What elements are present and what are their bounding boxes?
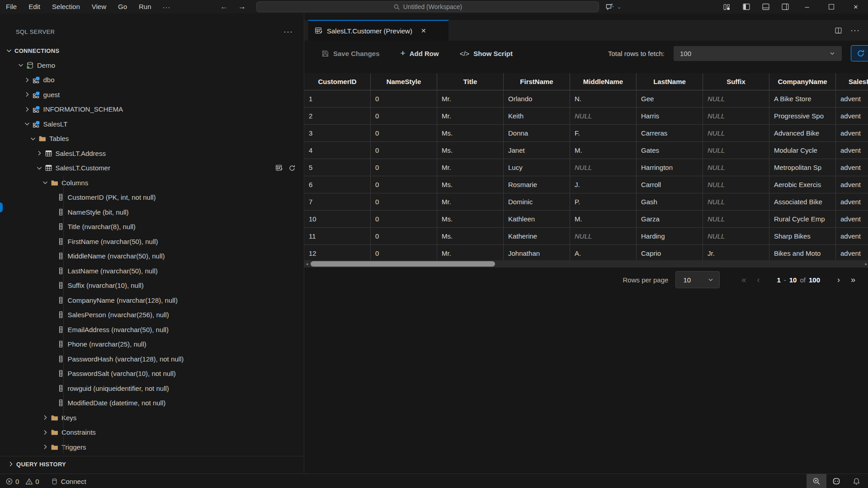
grid-cell-middlename[interactable]: NULL — [570, 159, 637, 176]
grid-cell-firstname[interactable]: Donna — [504, 125, 570, 142]
grid-cell-lastname[interactable]: Harding — [637, 228, 703, 245]
forward-icon[interactable]: → — [238, 0, 246, 14]
grid-cell-suffix[interactable]: NULL — [703, 125, 769, 142]
refresh-icon[interactable] — [288, 164, 296, 172]
grid-cell-companyname[interactable]: Progressive Spo — [769, 108, 836, 125]
grid-header-companyname[interactable]: CompanyName — [769, 73, 836, 90]
grid-cell-salesperson[interactable]: advent — [836, 245, 868, 262]
grid-cell-firstname[interactable]: Janet — [504, 142, 570, 159]
tree-item-saleslt[interactable]: SalesLT — [0, 117, 304, 131]
grid-header-middlename[interactable]: MiddleName — [570, 73, 637, 90]
toggle-secondary-sidebar-icon[interactable] — [775, 0, 795, 14]
query-history-section-header[interactable]: QUERY HISTORY — [0, 456, 304, 472]
grid-cell-salesperson[interactable]: advent — [836, 125, 868, 142]
grid-cell-firstname[interactable]: Kathleen — [504, 211, 570, 228]
chevron-right-icon[interactable] — [23, 106, 32, 113]
grid-cell-firstname[interactable]: Rosmarie — [504, 176, 570, 193]
tree-item-columns[interactable]: Columns — [0, 175, 304, 190]
close-window-button[interactable]: ✕ — [844, 0, 868, 14]
grid-cell-suffix[interactable]: NULL — [703, 211, 769, 228]
back-icon[interactable]: ← — [220, 0, 228, 14]
chevron-right-icon[interactable] — [41, 429, 50, 436]
grid-cell-companyname[interactable]: Bikes and Moto — [769, 245, 836, 262]
grid-cell-title[interactable]: Mr. — [437, 90, 504, 108]
grid-header-title[interactable]: Title — [437, 73, 504, 90]
problems-status[interactable]: 0 0 — [5, 478, 39, 485]
grid-cell-namestyle[interactable]: 0 — [371, 159, 437, 176]
grid-cell-firstname[interactable]: Keith — [504, 108, 570, 125]
refresh-query-button[interactable] — [851, 45, 868, 61]
grid-cell-suffix[interactable]: NULL — [703, 176, 769, 193]
connections-section-header[interactable]: CONNECTIONS — [0, 43, 304, 58]
copilot-chat-button[interactable]: ⌄ — [605, 1, 621, 13]
copilot-icon[interactable] — [826, 474, 846, 488]
chevron-down-icon[interactable] — [23, 120, 32, 127]
grid-cell-customerid[interactable]: 3 — [304, 125, 371, 142]
tree-item-middlename[interactable]: MiddleName (nvarchar(50), null) — [0, 249, 304, 264]
tree-item-namestyle[interactable]: NameStyle (bit, null) — [0, 205, 304, 220]
grid-cell-title[interactable]: Mr. — [437, 245, 504, 262]
grid-header-customerid[interactable]: CustomerID — [304, 73, 371, 90]
grid-cell-middlename[interactable]: J. — [570, 176, 637, 193]
grid-cell-companyname[interactable]: Advanced Bike — [769, 125, 836, 142]
grid-cell-middlename[interactable]: A. — [570, 245, 637, 262]
grid-cell-namestyle[interactable]: 0 — [371, 90, 437, 108]
menu-more-icon[interactable]: ··· — [157, 3, 176, 11]
sidebar-more-actions-icon[interactable]: ··· — [283, 24, 293, 39]
grid-cell-suffix[interactable]: NULL — [703, 228, 769, 245]
tree-item-guest[interactable]: guest — [0, 87, 304, 102]
tree-item-tables[interactable]: Tables — [0, 131, 304, 146]
tree-item-passwordhash[interactable]: PasswordHash (varchar(128), not null) — [0, 352, 304, 366]
first-page-button[interactable]: « — [736, 275, 751, 285]
total-rows-to-fetch-select[interactable]: 100 — [674, 46, 842, 61]
grid-cell-lastname[interactable]: Gee — [637, 90, 703, 108]
tab-close-icon[interactable]: ✕ — [419, 26, 429, 36]
menu-file[interactable]: File — [0, 0, 23, 14]
chevron-right-icon[interactable] — [23, 76, 32, 84]
chevron-down-icon[interactable] — [28, 135, 38, 142]
grid-cell-suffix[interactable]: Jr. — [703, 245, 769, 262]
split-editor-icon[interactable] — [835, 27, 842, 34]
grid-cell-lastname[interactable]: Harris — [637, 108, 703, 125]
grid-cell-suffix[interactable]: NULL — [703, 159, 769, 176]
grid-header-lastname[interactable]: LastName — [637, 73, 703, 90]
tree-item-phone[interactable]: Phone (nvarchar(25), null) — [0, 337, 304, 352]
grid-cell-middlename[interactable]: M. — [570, 142, 637, 159]
grid-cell-firstname[interactable]: Orlando — [504, 90, 570, 108]
command-center-search[interactable]: Untitled (Workspace) — [256, 1, 599, 12]
grid-cell-namestyle[interactable]: 0 — [371, 193, 437, 211]
grid-cell-customerid[interactable]: 10 — [304, 211, 371, 228]
tree-item-customerid[interactable]: CustomerID (PK, int, not null) — [0, 190, 304, 205]
tree-item-passwordsalt[interactable]: PasswordSalt (varchar(10), not null) — [0, 366, 304, 381]
menu-edit[interactable]: Edit — [23, 0, 46, 14]
grid-cell-salesperson[interactable]: advent — [836, 193, 868, 211]
chevron-right-icon[interactable] — [41, 443, 50, 450]
grid-cell-namestyle[interactable]: 0 — [371, 228, 437, 245]
show-script-button[interactable]: </> Show Script — [460, 50, 513, 57]
tree-item-companyname[interactable]: CompanyName (nvarchar(128), null) — [0, 293, 304, 308]
grid-cell-namestyle[interactable]: 0 — [371, 211, 437, 228]
grid-cell-firstname[interactable]: Johnathan — [504, 245, 570, 262]
add-row-button[interactable]: + Add Row — [401, 48, 439, 58]
grid-cell-title[interactable]: Ms. — [437, 228, 504, 245]
grid-header-firstname[interactable]: FirstName — [504, 73, 570, 90]
grid-cell-salesperson[interactable]: advent — [836, 142, 868, 159]
grid-cell-middlename[interactable]: NULL — [570, 228, 637, 245]
grid-cell-namestyle[interactable]: 0 — [371, 108, 437, 125]
editor-more-actions-icon[interactable]: ··· — [850, 26, 860, 35]
chevron-right-icon[interactable] — [23, 91, 32, 98]
zoom-in-icon[interactable] — [807, 474, 826, 488]
grid-cell-title[interactable]: Ms. — [437, 142, 504, 159]
grid-cell-title[interactable]: Ms. — [437, 211, 504, 228]
grid-cell-title[interactable]: Mr. — [437, 193, 504, 211]
grid-cell-suffix[interactable]: NULL — [703, 90, 769, 108]
grid-cell-customerid[interactable]: 2 — [304, 108, 371, 125]
grid-cell-customerid[interactable]: 11 — [304, 228, 371, 245]
previous-page-button[interactable]: ‹ — [751, 275, 765, 285]
grid-cell-title[interactable]: Ms. — [437, 176, 504, 193]
grid-header-suffix[interactable]: Suffix — [703, 73, 769, 90]
grid-cell-companyname[interactable]: Aerobic Exercis — [769, 176, 836, 193]
grid-cell-namestyle[interactable]: 0 — [371, 176, 437, 193]
grid-cell-title[interactable]: Ms. — [437, 125, 504, 142]
tree-item-triggers[interactable]: Triggers — [0, 440, 304, 455]
